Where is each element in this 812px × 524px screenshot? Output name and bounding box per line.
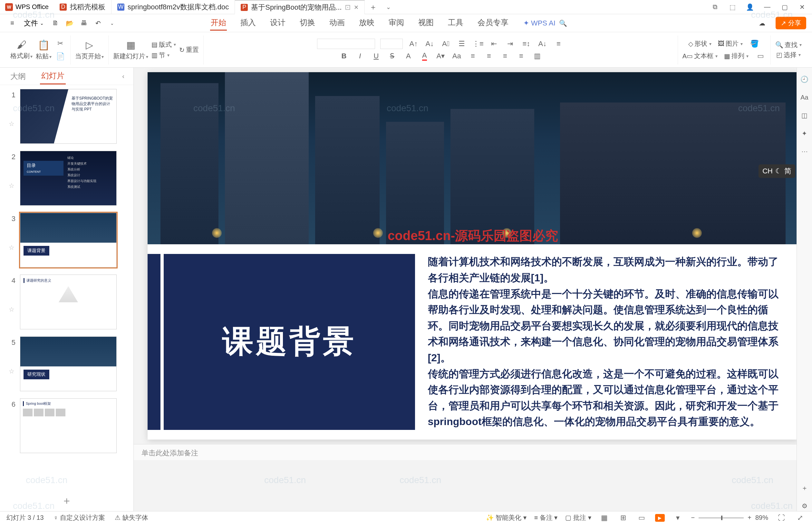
menu-tab-animation[interactable]: 动画 — [329, 15, 345, 31]
menu-tab-slideshow[interactable]: 放映 — [358, 15, 375, 31]
slideshow-button[interactable]: ▶ — [655, 514, 665, 522]
cloud-icon[interactable]: ☁ — [756, 17, 768, 30]
ime-indicator[interactable]: CH☾简 — [759, 164, 795, 178]
normal-view-button[interactable]: ▦ — [599, 512, 610, 523]
menu-tab-vip[interactable]: 会员专享 — [477, 15, 509, 31]
avatar-icon[interactable]: 👤 — [746, 3, 754, 11]
rail-object-icon[interactable]: ◫ — [799, 110, 810, 120]
star-icon[interactable]: ☆ — [9, 182, 15, 190]
reset-button[interactable]: ↻重置 — [179, 46, 199, 54]
thumbnail-5[interactable]: 研究现状 — [20, 337, 117, 391]
text-dir-button[interactable]: A↓ — [537, 38, 548, 49]
wps-ai-button[interactable]: ✦WPS AI — [523, 19, 556, 28]
notes-toggle[interactable]: ≡ 备注 ▾ — [534, 513, 558, 522]
rail-more-icon[interactable]: ⋯ — [799, 146, 810, 157]
slide-body-text[interactable]: 随着计算机技术和网络技术的不断发展，互联网成为一种新兴的行业。带动了各行相关产业… — [428, 254, 782, 430]
missing-font[interactable]: ⚠ 缺失字体 — [115, 513, 148, 522]
design-scheme[interactable]: ♀ 自定义设计方案 — [53, 513, 105, 522]
zoom-in-button[interactable]: + — [748, 514, 751, 521]
rail-style-icon[interactable]: Aa — [799, 92, 810, 102]
menu-tab-insert[interactable]: 插入 — [240, 15, 256, 31]
slide-canvas[interactable]: code51.cn-源码乐园盗图必究 课题背景 随着计算机技术和网络技术的不断发… — [148, 72, 798, 440]
open-icon[interactable]: 📂 — [63, 17, 76, 30]
bold-button[interactable]: B — [338, 51, 349, 62]
menu-tab-tools[interactable]: 工具 — [447, 15, 464, 31]
select-button[interactable]: ◰选择 — [776, 51, 801, 59]
increase-font-button[interactable]: A↑ — [408, 38, 419, 49]
zoom-out-button[interactable]: − — [691, 514, 695, 521]
cube-icon[interactable]: ⬚ — [728, 3, 736, 11]
zoom-slider[interactable] — [699, 517, 744, 519]
star-icon[interactable]: ☆ — [9, 120, 15, 128]
outline-button[interactable]: ▭ — [755, 51, 766, 62]
paste-button[interactable]: 📋粘贴 — [36, 39, 52, 61]
search-icon[interactable]: 🔍 — [557, 17, 570, 30]
rail-recent-icon[interactable]: 🕘 — [799, 74, 810, 84]
comments-toggle[interactable]: ▢ 批注 ▾ — [565, 513, 591, 522]
strike-button[interactable]: S̶ — [387, 51, 398, 62]
thumbnail-6[interactable]: Spring boot框架 — [20, 398, 117, 453]
cut-button[interactable]: ✂ — [55, 38, 66, 49]
sorter-view-button[interactable]: ⊞ — [618, 512, 629, 523]
new-slide-button[interactable]: ▦新建幻灯片 — [113, 39, 148, 61]
highlight-button[interactable]: A▾ — [435, 51, 446, 62]
menu-tab-review[interactable]: 审阅 — [388, 15, 405, 31]
numbering-button[interactable]: ⋮≡ — [473, 38, 483, 49]
thumbnail-list[interactable]: 1☆ 基于SPRINGBOOT的宠物用品交易平台的设计与实现 PPT 2☆ 目录… — [0, 85, 133, 491]
rail-add-icon[interactable]: ＋ — [799, 483, 810, 493]
menu-tab-design[interactable]: 设计 — [269, 15, 286, 31]
font-color-button[interactable]: A — [419, 51, 430, 62]
slides-tab[interactable]: 幻灯片 — [40, 68, 66, 84]
notes-input[interactable]: 单击此处添加备注 — [134, 444, 812, 460]
zoom-level[interactable]: 89% — [755, 514, 768, 521]
maximize-button[interactable]: ▢ — [780, 3, 789, 11]
decrease-font-button[interactable]: A↓ — [424, 38, 435, 49]
find-button[interactable]: 🔍查找 — [775, 40, 802, 49]
tab-menu-icon[interactable]: ⊡ — [345, 3, 351, 12]
align-v-button[interactable]: ≡ — [553, 38, 564, 49]
present-dropdown[interactable]: ▾ — [673, 512, 683, 523]
picture-button[interactable]: 🖼图片 — [718, 39, 743, 48]
shadow-button[interactable]: A — [403, 51, 414, 62]
add-tab-button[interactable]: ＋ — [365, 2, 382, 12]
columns-button[interactable]: ▥ — [532, 51, 543, 62]
window-copy-icon[interactable]: ⧉ — [711, 3, 719, 11]
section-button[interactable]: ▥节 — [151, 51, 176, 60]
font-size-select[interactable] — [380, 39, 403, 49]
bullets-button[interactable]: ☰ — [456, 38, 467, 49]
share-button[interactable]: ↗分享 — [776, 17, 806, 29]
thumbnail-3[interactable]: 课题背景 — [20, 213, 117, 267]
rail-anim-icon[interactable]: ✦ — [799, 128, 810, 138]
textbox-button[interactable]: A▭文本框 — [682, 52, 717, 60]
close-icon[interactable]: ✕ — [354, 4, 359, 11]
menu-tab-view[interactable]: 视图 — [418, 15, 434, 31]
rail-settings-icon[interactable]: ⚙ — [799, 501, 810, 511]
beautify-button[interactable]: ✨ 智能美化 ▾ — [486, 513, 527, 522]
fit-button[interactable]: ⛶ — [776, 512, 787, 523]
hamburger-icon[interactable]: ≡ — [6, 17, 19, 30]
minimize-button[interactable]: — — [763, 3, 772, 11]
shape-button[interactable]: ◇形状 — [688, 39, 711, 48]
underline-button[interactable]: U — [370, 51, 382, 62]
tab-doc[interactable]: W springbootf8m2v数据库文档.doc — [112, 0, 235, 14]
star-icon[interactable]: ☆ — [9, 306, 15, 313]
align-center-button[interactable]: ≡ — [483, 51, 494, 62]
indent-dec-button[interactable]: ⇤ — [488, 38, 499, 49]
align-justify-button[interactable]: ≡ — [516, 51, 527, 62]
close-button[interactable]: ✕ — [798, 3, 806, 11]
layout-button[interactable]: ▤版式 — [151, 40, 176, 49]
italic-button[interactable]: I — [354, 51, 365, 62]
undo-icon[interactable]: ↶ — [92, 17, 104, 30]
font-family-select[interactable] — [317, 39, 375, 49]
copy-button[interactable]: 📄 — [55, 51, 66, 62]
collapse-panel-button[interactable]: ‹ — [122, 72, 125, 80]
indent-inc-button[interactable]: ⇥ — [504, 38, 516, 49]
add-slide-button[interactable]: ＋ — [0, 491, 133, 511]
arrange-button[interactable]: ▦排列 — [724, 52, 748, 60]
from-current-button[interactable]: ▷当页开始 — [75, 39, 104, 61]
print-icon[interactable]: 🖶 — [77, 17, 90, 30]
tab-list-button[interactable]: ⌄ — [382, 3, 395, 11]
fill-button[interactable]: 🪣 — [749, 38, 760, 49]
zoom-control[interactable]: − + 89% — [691, 514, 768, 521]
expand-button[interactable]: ⤢ — [795, 512, 806, 523]
